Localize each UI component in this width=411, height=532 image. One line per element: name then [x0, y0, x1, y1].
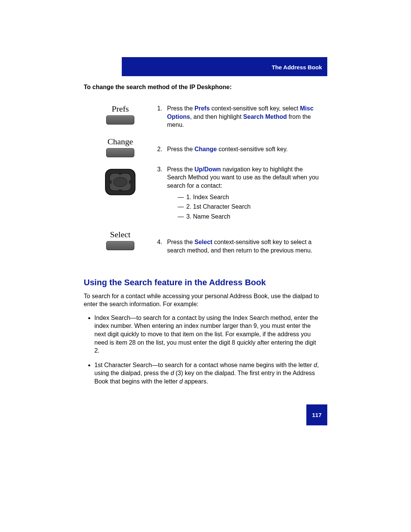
step-text-3: 3. Press the Up/Down navigation key to h…	[157, 165, 320, 230]
keyword-select: Select	[194, 239, 212, 245]
key-cell-change: Change	[84, 137, 157, 165]
section-paragraph: To search for a contact while accessing …	[84, 292, 320, 308]
page-number: 117	[306, 404, 327, 425]
softkey-icon	[106, 241, 134, 250]
softkey-icon	[106, 148, 134, 157]
bullet-first-char-search: 1st Character Search—to search for a con…	[94, 361, 320, 386]
step-row-2: Change 2. Press the Change context-sensi…	[84, 137, 320, 165]
step-num-3: 3.	[157, 165, 167, 222]
key-label-change: Change	[84, 137, 156, 147]
step-num-1: 1.	[157, 104, 167, 129]
step-num-4: 4.	[157, 238, 167, 254]
key-label-prefs: Prefs	[84, 104, 156, 114]
section-intro: To change the search method of the IP De…	[84, 84, 320, 91]
step-body-1: Press the Prefs context-sensitive soft k…	[167, 104, 319, 129]
list-item: 3. Name Search	[178, 212, 319, 221]
list-item: 1. Index Search	[178, 193, 319, 201]
key-cell-select: Select	[84, 230, 157, 262]
step-body-4: Press the Select context-sensitive soft …	[167, 238, 319, 254]
softkey-icon	[106, 115, 134, 125]
bullet-index-search: Index Search—to search for a contact by …	[94, 314, 320, 355]
key-cell-prefs: Prefs	[84, 104, 157, 137]
key-label-select: Select	[84, 230, 156, 240]
step-text-4: 4. Press the Select context-sensitive so…	[157, 230, 320, 262]
bullet-list: Index Search—to search for a contact by …	[84, 314, 320, 386]
keyword-change: Change	[194, 146, 217, 152]
step-row-1: Prefs 1. Press the Prefs context-sensiti…	[84, 104, 320, 137]
svg-point-2	[113, 177, 127, 187]
step-body-3: Press the Up/Down navigation key to high…	[167, 165, 319, 222]
keyword-search-method: Search Method	[243, 113, 287, 120]
section-heading: Using the Search feature in the Address …	[84, 278, 320, 288]
step-row-3: 3. Press the Up/Down navigation key to h…	[84, 165, 320, 230]
content-area: To change the search method of the IP De…	[84, 84, 320, 391]
steps-table: Prefs 1. Press the Prefs context-sensiti…	[84, 104, 320, 262]
keyword-up: Up	[194, 166, 202, 173]
key-cell-navkey	[84, 165, 157, 230]
header-bar: The Address Book	[122, 57, 327, 76]
keyword-down: Down	[204, 166, 221, 173]
step-body-2: Press the Change context-sensitive soft …	[167, 145, 319, 153]
navigation-key-icon	[103, 167, 137, 197]
keyword-prefs: Prefs	[194, 105, 210, 112]
header-title: The Address Book	[272, 64, 322, 70]
page: The Address Book To change the search me…	[0, 0, 411, 532]
step-row-4: Select 4. Press the Select context-sensi…	[84, 230, 320, 262]
list-item: 2. 1st Character Search	[178, 203, 319, 211]
step-num-2: 2.	[157, 145, 167, 153]
step-text-1: 1. Press the Prefs context-sensitive sof…	[157, 104, 320, 137]
search-method-list: 1. Index Search 2. 1st Character Search …	[167, 193, 319, 221]
step-text-2: 2. Press the Change context-sensitive so…	[157, 137, 320, 165]
